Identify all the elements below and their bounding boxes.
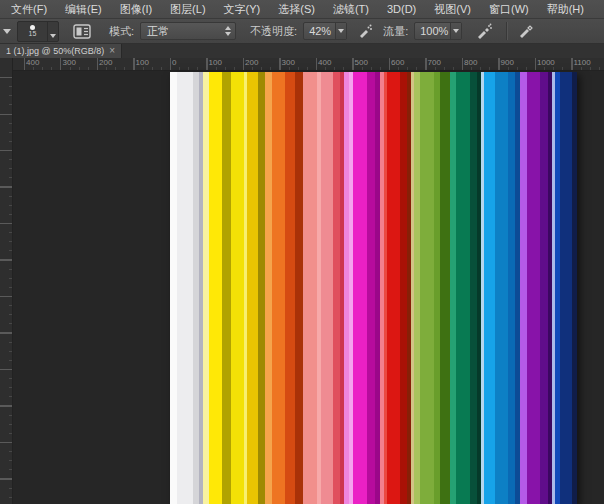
flow-value: 100%: [420, 25, 450, 37]
chevron-down-icon: [453, 29, 459, 33]
ruler-label: 700: [428, 58, 441, 67]
ruler-label: 400: [26, 58, 39, 67]
menu-item-window[interactable]: 窗口(W): [480, 0, 538, 18]
ruler-label: 800: [464, 58, 477, 67]
canvas-stripe: [572, 72, 577, 504]
ruler-label: 1100: [574, 58, 591, 67]
document-canvas[interactable]: [170, 72, 577, 504]
canvas-stripe: [540, 72, 548, 504]
flow-label: 流量:: [383, 24, 408, 39]
canvas-stripe: [258, 72, 265, 504]
menu-item-image[interactable]: 图像(I): [111, 0, 161, 18]
ruler-label: 100: [209, 58, 222, 67]
chevron-down-icon: [50, 34, 56, 38]
toggle-brush-panel-button[interactable]: [71, 22, 93, 40]
menu-item-file[interactable]: 文件(F): [2, 0, 56, 18]
blend-mode-dropdown[interactable]: 正常: [140, 22, 236, 40]
canvas-stripe: [222, 72, 231, 504]
brush-picker-chevron[interactable]: [47, 22, 58, 41]
ruler-label: 600: [391, 58, 404, 67]
photoshop-window: 文件(F)编辑(E)图像(I)图层(L)文字(Y)选择(S)滤镜(T)3D(D)…: [0, 0, 604, 504]
canvas-stripe: [560, 72, 572, 504]
ruler-corner: [0, 58, 13, 71]
brush-panel-icon: [73, 24, 91, 39]
document-tab[interactable]: 1 (1).jpg @ 50%(RGB/8) ×: [0, 44, 122, 58]
options-separator: [506, 22, 507, 40]
blend-mode-value: 正常: [147, 24, 169, 39]
ruler-label: 500: [355, 58, 368, 67]
canvas-stripe: [520, 72, 527, 504]
menu-item-view[interactable]: 视图(V): [425, 0, 480, 18]
ruler-label: 200: [245, 58, 258, 67]
vertical-ruler[interactable]: [0, 71, 13, 504]
menu-item-layer[interactable]: 图层(L): [161, 0, 214, 18]
brush-preview: 15: [18, 22, 47, 41]
canvas-stripe: [247, 72, 258, 504]
document-tab-title: 1 (1).jpg @ 50%(RGB/8): [6, 46, 104, 56]
pen-pressure-size-icon: [517, 23, 533, 39]
document-tab-bar: 1 (1).jpg @ 50%(RGB/8) ×: [0, 44, 604, 58]
menu-item-select[interactable]: 选择(S): [269, 0, 324, 18]
menu-item-filter[interactable]: 滤镜(T): [324, 0, 378, 18]
tool-preset-chevron-icon[interactable]: [3, 29, 11, 34]
workspace: [0, 71, 604, 504]
menu-bar: 文件(F)编辑(E)图像(I)图层(L)文字(Y)选择(S)滤镜(T)3D(D)…: [0, 0, 604, 19]
canvas-stripe: [333, 72, 340, 504]
menu-item-edit[interactable]: 编辑(E): [56, 0, 111, 18]
brush-preset-picker[interactable]: 15: [17, 21, 59, 42]
ruler-label: 400: [318, 58, 331, 67]
mode-label: 模式:: [109, 24, 134, 39]
flow-dropdown[interactable]: 100%: [414, 22, 462, 40]
canvas-stripe: [285, 72, 295, 504]
pressure-size-button[interactable]: [517, 23, 533, 39]
ruler-label: 900: [501, 58, 514, 67]
ruler-label: 300: [63, 58, 76, 67]
menu-item-help[interactable]: 帮助(H): [538, 0, 593, 18]
canvas-stripe: [295, 72, 303, 504]
opacity-value: 42%: [309, 25, 335, 37]
canvas-stripe: [484, 72, 495, 504]
canvas-stripe: [353, 72, 367, 504]
canvas-stripe: [170, 72, 177, 504]
canvas-stripe: [527, 72, 540, 504]
canvas-stripe: [209, 72, 222, 504]
ruler-label: 200: [99, 58, 112, 67]
canvas-stripe: [508, 72, 515, 504]
canvas-stripe: [420, 72, 434, 504]
canvas-stripe: [265, 72, 272, 504]
canvas-stripe: [440, 72, 450, 504]
canvas-stripe: [272, 72, 285, 504]
opacity-chevron[interactable]: [335, 23, 346, 39]
menu-item-3d[interactable]: 3D(D): [378, 0, 425, 18]
canvas-stripe: [387, 72, 400, 504]
options-bar: 15 模式: 正常 不透明度: 42%: [0, 19, 604, 44]
canvas-stripe: [495, 72, 508, 504]
ruler-label: 0: [172, 58, 176, 67]
horizontal-ruler[interactable]: 4003002001000100200300400500600700800900…: [0, 58, 604, 71]
airbrush-button[interactable]: [476, 23, 492, 39]
ruler-label: 1000: [537, 58, 555, 67]
chevron-down-icon: [338, 29, 344, 33]
canvas-stripe: [231, 72, 244, 504]
canvas-stripe: [456, 72, 470, 504]
opacity-label: 不透明度:: [250, 24, 297, 39]
opacity-dropdown[interactable]: 42%: [303, 22, 347, 40]
canvas-stripe: [400, 72, 407, 504]
updown-arrows-icon: [225, 26, 231, 36]
canvas-stripe: [367, 72, 375, 504]
canvas-stripe: [321, 72, 333, 504]
menu-item-type[interactable]: 文字(Y): [215, 0, 270, 18]
canvas-stripe: [470, 72, 477, 504]
ruler-label: 100: [136, 58, 149, 67]
ruler-label: 300: [282, 58, 295, 67]
canvas-stripe: [303, 72, 317, 504]
pen-pressure-opacity-icon: [357, 23, 373, 39]
brush-size-value: 15: [29, 30, 37, 38]
flow-chevron[interactable]: [450, 23, 461, 39]
airbrush-icon: [476, 23, 492, 39]
canvas-stripe: [177, 72, 193, 504]
tab-close-icon[interactable]: ×: [109, 46, 115, 56]
pressure-opacity-button[interactable]: [357, 23, 373, 39]
